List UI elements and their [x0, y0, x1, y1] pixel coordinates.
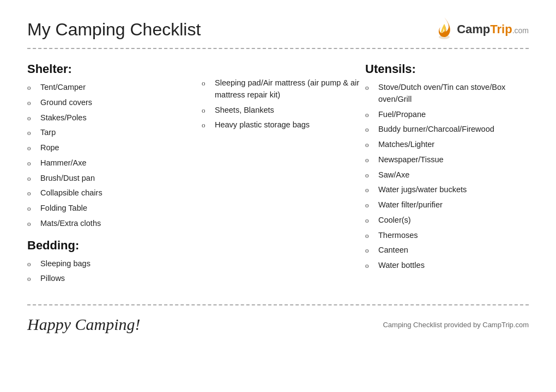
bullet-icon: o	[365, 215, 378, 226]
list-item: oTarp	[27, 127, 202, 139]
bullet-icon: o	[27, 113, 40, 124]
utensils-column: Utensils: o Stove/Dutch oven/Tin can sto…	[365, 58, 529, 280]
item-label: Stakes/Poles	[40, 112, 87, 124]
footer: Happy Camping! Camping Checklist provide…	[27, 311, 529, 334]
list-item: oSleeping bags	[27, 258, 202, 270]
bullet-icon: o	[27, 218, 40, 229]
bullet-icon: o	[27, 259, 40, 270]
list-item: o Heavy plastic storage bags	[202, 119, 365, 131]
bullet-icon: o	[365, 230, 378, 241]
item-label: Water bottles	[378, 260, 425, 272]
list-item: oPillows	[27, 273, 202, 285]
list-item: oGround covers	[27, 97, 202, 109]
list-item: o Saw/Axe	[365, 169, 529, 181]
list-item: oBrush/Dust pan	[27, 173, 202, 185]
list-item: o Thermoses	[365, 230, 529, 242]
item-label: Mats/Extra cloths	[40, 218, 101, 230]
bullet-icon: o	[202, 105, 215, 116]
item-label: Sheets, Blankets	[215, 105, 274, 117]
list-item: o Fuel/Propane	[365, 109, 529, 121]
middle-list: o Sleeping pad/Air mattress (air pump & …	[202, 77, 365, 131]
item-label: Fuel/Propane	[378, 109, 426, 121]
list-item: o Water jugs/water buckets	[365, 184, 529, 196]
item-label: Sleeping pad/Air mattress (air pump & ai…	[215, 77, 365, 101]
bedding-heading: Bedding:	[27, 238, 202, 253]
utensils-list: o Stove/Dutch oven/Tin can stove/Box ove…	[365, 82, 529, 272]
bullet-icon: o	[365, 82, 378, 93]
list-item: o Sleeping pad/Air mattress (air pump & …	[202, 77, 365, 101]
bullet-icon: o	[365, 245, 378, 256]
bullet-icon: o	[365, 185, 378, 195]
bullet-icon: o	[365, 124, 378, 135]
item-label: Canteen	[378, 244, 408, 256]
bullet-icon: o	[365, 109, 378, 120]
bullet-icon: o	[202, 120, 215, 131]
bullet-icon: o	[27, 203, 40, 214]
item-label: Water filter/purifier	[378, 199, 443, 211]
item-label: Newspaper/Tissue	[378, 154, 444, 166]
utensils-heading: Utensils:	[365, 62, 529, 76]
bullet-icon: o	[27, 82, 40, 93]
item-label: Tarp	[40, 127, 56, 139]
item-label: Stove/Dutch oven/Tin can stove/Box oven/…	[378, 82, 529, 106]
bullet-icon: o	[202, 78, 215, 89]
bullet-icon: o	[27, 97, 40, 108]
footer-divider	[27, 304, 529, 305]
content-area: Shelter: oTent/Camper oGround covers oSt…	[27, 58, 529, 293]
list-item: o Stove/Dutch oven/Tin can stove/Box ove…	[365, 82, 529, 106]
list-item: o Matches/Lighter	[365, 139, 529, 151]
item-label: Buddy burner/Charcoal/Firewood	[378, 124, 494, 136]
list-item: o Cooler(s)	[365, 215, 529, 226]
page-title: My Camping Checklist	[27, 20, 201, 40]
bedding-list: oSleeping bags oPillows	[27, 258, 202, 285]
item-label: Heavy plastic storage bags	[215, 119, 310, 131]
list-item: oTent/Camper	[27, 82, 202, 94]
list-item: oCollapsible chairs	[27, 187, 202, 199]
shelter-heading: Shelter:	[27, 62, 202, 76]
bullet-icon: o	[365, 170, 378, 181]
list-item: o Newspaper/Tissue	[365, 154, 529, 166]
bullet-icon: o	[365, 260, 378, 271]
logo-text: CampTrip.com	[457, 22, 529, 36]
bullet-icon: o	[27, 273, 40, 284]
footer-tagline: Happy Camping!	[27, 315, 140, 334]
list-item: oStakes/Poles	[27, 112, 202, 124]
list-item: oFolding Table	[27, 203, 202, 215]
item-label: Pillows	[40, 273, 65, 285]
item-label: Saw/Axe	[378, 169, 409, 181]
shelter-column: Shelter: oTent/Camper oGround covers oSt…	[27, 58, 202, 293]
item-label: Brush/Dust pan	[40, 173, 95, 185]
list-item: o Water bottles	[365, 260, 529, 272]
bullet-icon: o	[365, 155, 378, 166]
bullet-icon: o	[27, 158, 40, 169]
footer-credit: Camping Checklist provided by CampTrip.c…	[383, 321, 529, 329]
list-item: o Water filter/purifier	[365, 199, 529, 211]
item-label: Sleeping bags	[40, 258, 90, 270]
item-label: Rope	[40, 142, 59, 154]
list-item: o Canteen	[365, 244, 529, 256]
item-label: Matches/Lighter	[378, 139, 434, 151]
item-label: Water jugs/water buckets	[378, 184, 467, 196]
bullet-icon: o	[27, 143, 40, 154]
bullet-icon: o	[365, 200, 378, 211]
middle-column: o Sleeping pad/Air mattress (air pump & …	[202, 58, 365, 140]
item-label: Thermoses	[378, 230, 418, 242]
logo: CampTrip.com	[434, 16, 529, 42]
bullet-icon: o	[365, 139, 378, 150]
item-label: Ground covers	[40, 97, 92, 109]
header-divider	[27, 48, 529, 49]
item-label: Hammer/Axe	[40, 157, 87, 169]
list-item: oHammer/Axe	[27, 157, 202, 169]
item-label: Tent/Camper	[40, 82, 86, 94]
list-item: o Buddy burner/Charcoal/Firewood	[365, 124, 529, 136]
flame-icon	[434, 16, 455, 42]
list-item: o Sheets, Blankets	[202, 105, 365, 117]
bullet-icon: o	[27, 127, 40, 138]
shelter-list: oTent/Camper oGround covers oStakes/Pole…	[27, 82, 202, 230]
bullet-icon: o	[27, 188, 40, 199]
header: My Camping Checklist CampTrip.com	[27, 16, 529, 42]
item-label: Collapsible chairs	[40, 187, 102, 199]
item-label: Cooler(s)	[378, 215, 411, 226]
list-item: oMats/Extra cloths	[27, 218, 202, 230]
item-label: Folding Table	[40, 203, 87, 215]
